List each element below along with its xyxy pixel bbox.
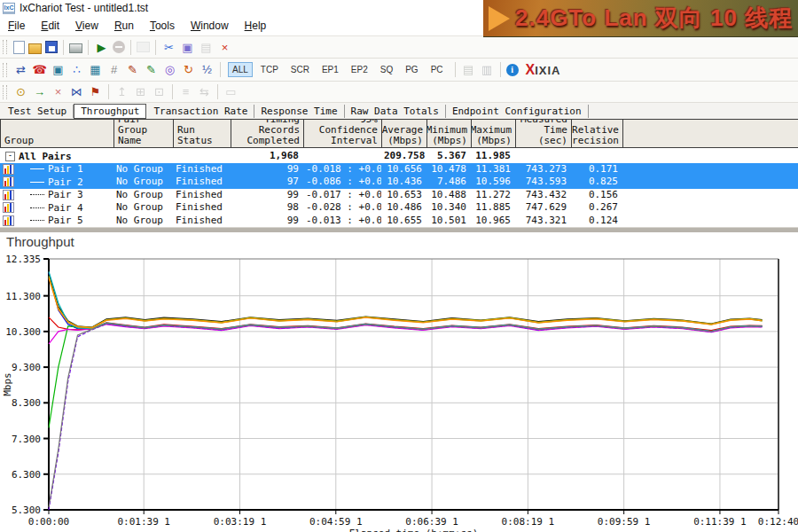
max-cell: 11.985 (471, 150, 515, 163)
watermark-text: 2.4GTo Lan 双向 10 线程 (515, 3, 793, 34)
column-header: Group (1, 120, 114, 147)
filter-scr-button[interactable]: SCR (286, 62, 314, 77)
x-tick-label: 0:01:39 1 (117, 516, 170, 528)
finish-flag-icon[interactable]: ⚑ (88, 84, 103, 99)
menu-view[interactable]: View (67, 18, 106, 34)
throughput-chart-pane: Throughput 12.33511.30010.3009.3008.3007… (0, 232, 798, 532)
table-row-pair-4[interactable]: Pair 4No GroupFinished98-0.028 : +0.0281… (0, 201, 798, 215)
collapse-icon[interactable]: - (5, 152, 15, 161)
toolbar-drag-handle[interactable] (3, 63, 7, 77)
tab-transaction-rate[interactable]: Transaction Rate (147, 105, 254, 118)
paste-icon: ▤ (199, 40, 214, 55)
toolbar-drag-handle[interactable] (3, 85, 7, 99)
add-voip-pair-icon[interactable]: ☎ (32, 62, 47, 77)
run-test-icon[interactable]: ▶ (94, 40, 109, 55)
pair-chart-icon (3, 164, 14, 175)
add-hardware-pair-icon[interactable]: # (106, 62, 121, 77)
cut-icon[interactable]: ✂ (161, 40, 176, 55)
schedule-test-icon[interactable]: ⊙ (13, 84, 28, 99)
add-pair-icon[interactable]: ⇄ (13, 62, 28, 77)
x-tick-label: 0:06:39 1 (405, 516, 458, 528)
y-tick-label: 6.300 (12, 469, 41, 481)
column-header: Run Status (174, 120, 231, 147)
edit-run-options-icon[interactable]: ✎ (144, 62, 159, 77)
open-test-icon[interactable] (28, 43, 42, 54)
new-test-icon[interactable] (13, 41, 25, 54)
chart-tools-group: ▤▥i (451, 62, 520, 77)
print-icon[interactable] (69, 43, 82, 53)
table-row-pair-1[interactable]: Pair 1No GroupFinished99-0.018 : +0.0181… (0, 163, 798, 176)
tree-connector (30, 194, 44, 195)
group-cell: Pair 5 (0, 215, 113, 228)
topology-view-icon[interactable]: ⋈ (69, 84, 84, 99)
column-header: Minimum (Mbps) (427, 120, 472, 147)
table-row-pair-5[interactable]: Pair 5No GroupFinished99-0.013 : +0.0131… (0, 215, 798, 228)
group-label: All Pairs (19, 151, 72, 162)
save-test-icon[interactable] (45, 41, 58, 53)
confidence-cell: -0.013 : +0.013 (303, 215, 381, 228)
table-row-pair-2[interactable]: Pair 2No GroupFinished97-0.086 : +0.0861… (0, 176, 798, 189)
app-icon: IxC (3, 3, 15, 14)
x-tick-label: 0:12:40 (758, 516, 798, 528)
test-wizard-icon[interactable]: → (32, 84, 47, 99)
refresh-endpoints-icon[interactable]: ↻ (181, 62, 196, 77)
x-axis-label: Elapsed time (h:mm:ss) (349, 528, 479, 532)
run-status-cell: Finished (173, 201, 231, 215)
tab-endpoint-configuration[interactable]: Endpoint Configuration (446, 105, 589, 118)
precision-cell: 0.267 (571, 201, 622, 215)
menu-file[interactable]: File (0, 18, 33, 34)
toolbar-drag-handle[interactable] (3, 40, 7, 54)
renumber-pairs-icon[interactable]: ½ (200, 62, 215, 77)
add-multicast-group-icon[interactable]: ∴ (69, 62, 84, 77)
swap-endpoints-icon: ⇆ (197, 84, 212, 99)
min-cell: 10.501 (426, 215, 471, 228)
filter-ep1-button[interactable]: EP1 (317, 62, 343, 77)
x-tick-label: 0:00:00 (28, 516, 69, 528)
group-cell: Pair 1 (0, 163, 113, 176)
tab-throughput[interactable]: Throughput (74, 104, 146, 119)
abort-run-icon[interactable]: × (51, 84, 66, 99)
menu-help[interactable]: Help (237, 18, 275, 34)
group-cell: Pair 3 (0, 189, 113, 202)
find-pair-icon[interactable]: ◎ (162, 62, 177, 77)
info-icon[interactable]: i (506, 64, 519, 76)
y-axis-label: Mbps (2, 372, 13, 396)
table-row-pair-3[interactable]: Pair 3No GroupFinished99-0.017 : +0.0171… (0, 189, 798, 202)
menu-run[interactable]: Run (106, 18, 142, 34)
precision-cell: 0.825 (571, 176, 622, 189)
copy-icon[interactable]: ▣ (180, 40, 195, 55)
menu-tools[interactable]: Tools (142, 18, 183, 34)
edit-pair-icon[interactable]: ✎ (125, 62, 140, 77)
toolbar-separator (88, 40, 89, 55)
toolbar-separator (155, 40, 156, 55)
ixia-logo: X IXIA (526, 62, 561, 78)
fit-view-icon: ⊡ (152, 84, 167, 99)
filter-pg-button[interactable]: PG (401, 62, 422, 77)
group-cell: -All Pairs (0, 150, 113, 163)
add-video-multicast-icon[interactable]: ▦ (88, 62, 103, 77)
tab-raw-data-totals[interactable]: Raw Data Totals (345, 105, 446, 118)
column-header: Relative Precision (572, 120, 623, 147)
avg-cell: 10.655 (381, 215, 426, 228)
menu-edit[interactable]: Edit (33, 18, 67, 34)
delete-icon[interactable]: × (217, 40, 232, 55)
tab-response-time[interactable]: Response Time (254, 105, 344, 118)
view-results-icon (137, 42, 150, 52)
confidence-cell: -0.017 : +0.017 (303, 189, 381, 202)
pair-group-cell: No Group (113, 215, 173, 228)
run-status-cell: Finished (173, 215, 231, 228)
y-tick-label: 5.300 (12, 505, 41, 516)
filter-pc-button[interactable]: PC (426, 62, 448, 77)
add-video-pair-icon[interactable]: ▣ (51, 62, 66, 77)
tab-test-setup[interactable]: Test Setup (2, 105, 74, 118)
filter-sq-button[interactable]: SQ (376, 62, 397, 77)
filter-tcp-button[interactable]: TCP (256, 62, 283, 77)
pair-tools-group: ⇄☎▣∴▦#✎✎◎↻½ (12, 62, 224, 77)
filter-ep2-button[interactable]: EP2 (347, 62, 372, 77)
table-row-all-pairs[interactable]: -All Pairs1,968209.7585.36711.985 (0, 150, 798, 163)
min-cell: 5.367 (426, 150, 471, 163)
filter-all-button[interactable]: ALL (228, 62, 253, 77)
chart-series-line-3 (49, 317, 763, 428)
avg-cell: 10.436 (381, 176, 426, 189)
menu-window[interactable]: Window (183, 18, 237, 34)
